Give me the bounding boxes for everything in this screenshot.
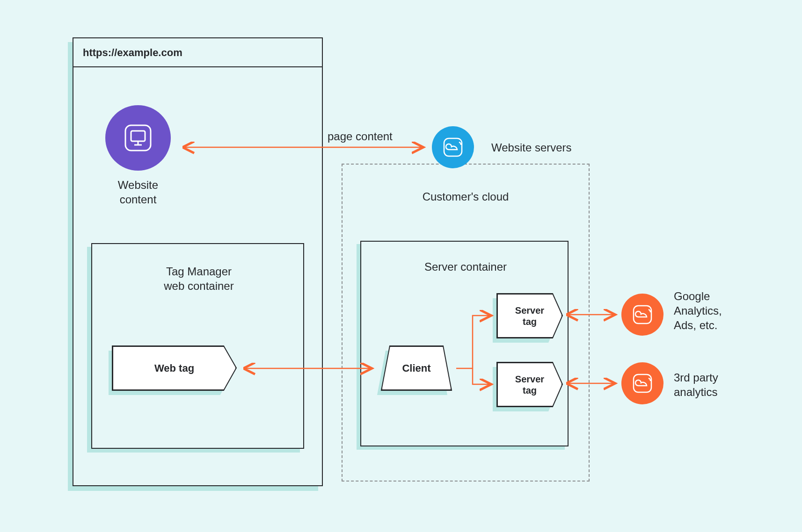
server-tag-bottom: Server tag xyxy=(497,362,562,407)
website-servers-label: Website servers xyxy=(491,140,613,155)
cloud-icon xyxy=(631,372,654,395)
svg-rect-1 xyxy=(131,131,145,141)
svg-rect-0 xyxy=(125,125,151,151)
tag-manager-label: Tag Manager web container xyxy=(129,264,269,293)
google-analytics-label: Google Analytics, Ads, etc. xyxy=(674,289,767,333)
svg-rect-4 xyxy=(444,138,462,156)
cloud-icon xyxy=(631,303,654,326)
svg-rect-6 xyxy=(634,374,651,392)
website-content-icon-circle xyxy=(105,105,171,171)
server-tag-top: Server tag xyxy=(497,294,562,338)
web-tag: Web tag xyxy=(112,346,236,390)
monitor-icon xyxy=(122,122,154,154)
third-party-icon-circle xyxy=(621,362,663,404)
website-content-label: Website content xyxy=(108,178,168,207)
browser-url-text: https://example.com xyxy=(83,47,182,59)
google-analytics-icon-circle xyxy=(621,294,663,336)
cloud-icon xyxy=(441,136,465,159)
browser-url-bar: https://example.com xyxy=(73,38,322,67)
svg-rect-5 xyxy=(634,306,651,324)
page-content-label: page content xyxy=(328,129,393,144)
website-servers-icon-circle xyxy=(432,126,474,168)
third-party-label: 3rd party analytics xyxy=(674,370,767,399)
client-node: Client xyxy=(381,346,452,390)
customer-cloud-label: Customer's cloud xyxy=(384,189,547,204)
client-label: Client xyxy=(402,362,430,374)
server-container-label: Server container xyxy=(384,259,547,274)
web-tag-label: Web tag xyxy=(154,362,194,374)
